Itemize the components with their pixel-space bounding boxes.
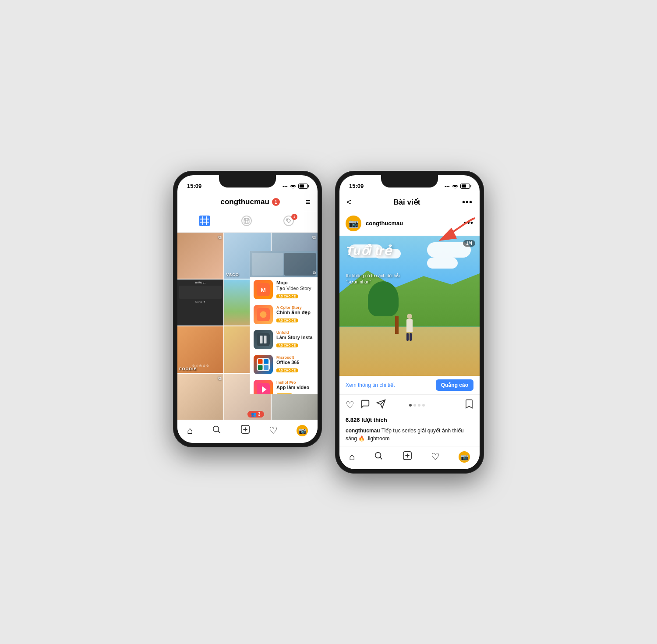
tab-reels[interactable] [241, 216, 254, 228]
mojo-name: Mojo [276, 280, 314, 286]
username-header: congthucmau 1 [220, 198, 279, 206]
sidebar-top-thumb: ⧉ [250, 251, 318, 277]
acolor-badge: AD CHOICE [276, 318, 298, 322]
dot-2 [413, 404, 416, 407]
inshot-brand: Inshot Pro [276, 380, 314, 385]
nav-search-2[interactable] [374, 451, 383, 463]
nav-add-2[interactable] [403, 451, 412, 463]
more-dots[interactable]: ••• [462, 197, 473, 207]
nav-profile-2[interactable]: 📷 [459, 451, 470, 463]
profile-tabs: 1 [177, 211, 318, 233]
nav-home-2[interactable]: ⌂ [349, 451, 355, 463]
main-container: 15:09 ▪▪▪ congthucmau 1 ≡ [173, 171, 484, 474]
tab-grid[interactable] [199, 216, 212, 228]
sidebar-app-acolor[interactable]: A Color Story Chỉnh ảnh đẹp AD CHOICE [250, 302, 318, 327]
post-text-main: Tuổi trẻ [346, 244, 391, 258]
multi-icon: ⧉ [218, 234, 222, 240]
tree-trunk [395, 316, 399, 334]
mojo-thumb: M [254, 280, 273, 299]
nav-search[interactable] [212, 425, 221, 437]
time-1: 15:09 [187, 183, 201, 189]
comment-button[interactable] [360, 399, 370, 411]
bottom-nav-1: ⌂ ♡ 📷 [177, 420, 318, 443]
sidebar-app-inshot[interactable]: Inshot Pro App làm video 50.000đ [250, 377, 318, 394]
person-figure [406, 314, 413, 341]
svg-point-26 [375, 452, 381, 458]
person-head [407, 314, 412, 319]
ad-link[interactable]: Xem thông tin chi tiết [346, 382, 395, 388]
post-image-bg: Tuổi trẻ thì không có tư cách đòi hỏi"sự… [339, 236, 480, 376]
post-image: Tuổi trẻ thì không có tư cách đòi hỏi"sự… [339, 236, 480, 376]
inshot-name: App làm video [276, 385, 314, 390]
nav-heart[interactable]: ♡ [269, 425, 278, 436]
post-caption: congthucmau Tiếp tục series giải quyết ả… [339, 426, 480, 446]
carousel-dots [409, 404, 425, 407]
dot-4 [422, 404, 425, 407]
post-actions: ♡ [339, 395, 480, 416]
post-text-sub: thì không có tư cách đòi hỏi"sự an nhàn" [346, 273, 400, 285]
photo-cell[interactable]: ⧉ [177, 374, 223, 420]
signal-icon: ▪▪▪ [283, 184, 288, 189]
bookmark-button[interactable] [465, 399, 473, 411]
svg-rect-11 [258, 359, 263, 364]
nav-profile[interactable]: 📷 [297, 425, 308, 436]
svg-point-22 [455, 188, 456, 188]
signal-icon-2: ▪▪▪ [445, 184, 450, 189]
photo-cell[interactable]: TRÂN V... Curve ▼ [177, 280, 223, 326]
svg-rect-14 [264, 365, 269, 370]
svg-rect-12 [264, 359, 269, 364]
sidebar-app-office[interactable]: Microsoft Office 365 AD CHOICE [250, 352, 318, 377]
ig-header-1[interactable]: congthucmau 1 ≡ [177, 194, 318, 211]
office-thumb [254, 355, 273, 374]
inshot-badge: 50.000đ [276, 393, 292, 394]
reels-icon [241, 216, 252, 226]
nav-home[interactable]: ⌂ [187, 425, 193, 436]
people-count: 3 [258, 412, 261, 417]
tab-tagged[interactable]: 1 [283, 216, 296, 228]
ad-button[interactable]: Quảng cáo [436, 379, 473, 391]
wifi-icon-2 [452, 183, 459, 189]
grid-icon [199, 216, 210, 226]
people-icon: 👥 [251, 412, 256, 417]
leg [410, 333, 412, 341]
sidebar-app-mojo[interactable]: M Mojo Tạo Video Story AD CHOICE [250, 277, 318, 302]
svg-point-0 [293, 188, 294, 188]
post-counter: 1/4 [463, 240, 475, 247]
dot-1 [409, 404, 412, 407]
like-button[interactable]: ♡ [346, 400, 354, 411]
office-badge: AD CHOICE [276, 368, 298, 372]
inshot-thumb [254, 380, 273, 394]
post-username[interactable]: congthucmau [366, 220, 403, 226]
post-avatar: 📷 [346, 216, 361, 231]
page-title-2: Bài viết [393, 198, 420, 207]
sidebar-app-unfold[interactable]: Unfold Làm Story Insta AD CHOICE [250, 327, 318, 352]
dot-3 [418, 404, 420, 407]
office-brand: Microsoft [276, 355, 314, 360]
main-content-1: ⧉ VSCO ⧉ TRÂN V... [177, 233, 318, 420]
svg-point-6 [260, 311, 267, 318]
bottom-area-1: ♥ 97 👥 3 ⌂ ♡ [177, 420, 318, 443]
unfold-brand: Unfold [276, 330, 314, 335]
nav-add[interactable] [240, 425, 250, 437]
photo-cell[interactable]: ⧉ [177, 233, 223, 279]
caption-username[interactable]: congthucmau [346, 428, 380, 434]
svg-point-2 [287, 219, 288, 220]
share-button[interactable] [376, 399, 386, 411]
svg-text:M: M [261, 287, 265, 294]
photo-cell[interactable]: FOODIE ⊙ ☆ ◎ ⊙ ⊙ [177, 326, 223, 372]
svg-rect-8 [260, 336, 263, 343]
post-more-button[interactable]: ••• [464, 219, 473, 228]
menu-icon[interactable]: ≡ [305, 197, 311, 207]
notch [219, 175, 276, 188]
nav-heart-2[interactable]: ♡ [431, 451, 440, 463]
svg-rect-9 [264, 336, 267, 343]
battery-icon-2 [460, 184, 470, 189]
status-icons-1: ▪▪▪ [283, 183, 308, 189]
phone1: 15:09 ▪▪▪ congthucmau 1 ≡ [173, 171, 322, 447]
notification-badge: 1 [272, 198, 280, 206]
notch-2 [381, 175, 438, 188]
leg [406, 333, 409, 341]
back-button[interactable]: < [346, 197, 352, 207]
svg-line-27 [380, 457, 382, 459]
unfold-thumb [254, 330, 273, 349]
